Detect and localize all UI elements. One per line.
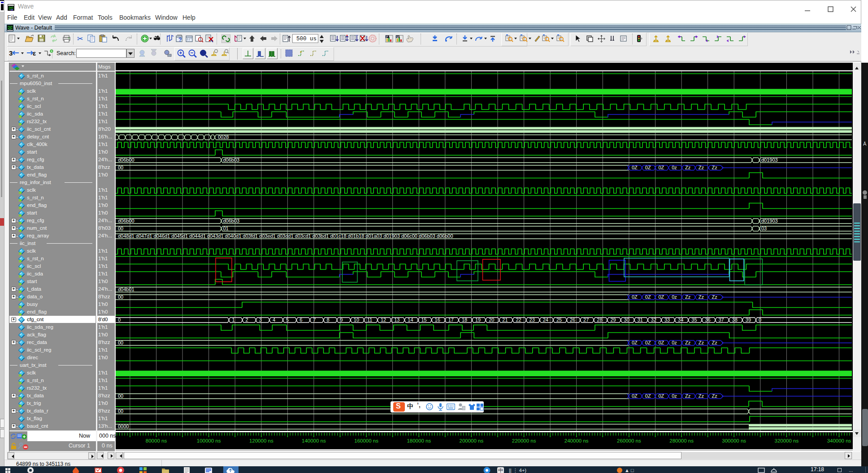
svg-text:12: 12 [381, 317, 386, 322]
svg-text:0Z: 0Z [632, 165, 638, 170]
svg-text:5: 5 [286, 317, 289, 322]
svg-text:03: 03 [761, 226, 767, 231]
svg-text:100000 ns: 100000 ns [197, 438, 221, 443]
svg-text:Zz: Zz [699, 294, 704, 300]
svg-text:0Z: 0Z [645, 294, 651, 300]
svg-text:00: 00 [118, 294, 123, 300]
svg-text:00: 00 [118, 226, 123, 231]
svg-text:26: 26 [570, 317, 575, 322]
svg-text:00: 00 [118, 408, 123, 414]
svg-text:Zz: Zz [685, 393, 690, 399]
svg-text:Zz: Zz [699, 165, 704, 170]
svg-text:0: 0 [118, 317, 121, 322]
svg-text:35: 35 [691, 317, 697, 322]
svg-text:340000 ns: 340000 ns [827, 438, 851, 443]
svg-text:01: 01 [223, 226, 229, 231]
svg-text:d06b03: d06b03 [223, 157, 240, 163]
svg-text:11: 11 [367, 317, 372, 322]
svg-text:220000 ns: 220000 ns [512, 438, 536, 443]
svg-text:9: 9 [340, 317, 343, 322]
svg-text:37: 37 [719, 317, 724, 322]
svg-text:20: 20 [489, 317, 494, 322]
svg-text:0: 0 [759, 317, 761, 322]
svg-text:300000 ns: 300000 ns [722, 438, 746, 443]
svg-text:Zz: Zz [712, 340, 717, 345]
svg-text:24: 24 [543, 317, 548, 322]
svg-text:34: 34 [678, 317, 683, 322]
svg-text:39: 39 [746, 317, 751, 322]
svg-text:0z: 0z [672, 393, 677, 399]
svg-text:Zz: Zz [685, 340, 690, 345]
svg-text:240000 ns: 240000 ns [564, 438, 589, 443]
svg-text:280000 ns: 280000 ns [669, 438, 694, 443]
svg-text:29: 29 [610, 317, 616, 322]
svg-text:1: 1 [232, 317, 235, 322]
svg-text:0000: 0000 [118, 424, 129, 429]
svg-text:21: 21 [502, 317, 508, 322]
svg-text:160000 ns: 160000 ns [354, 438, 378, 443]
svg-text:0Z: 0Z [659, 393, 664, 399]
svg-text:10: 10 [354, 317, 359, 322]
svg-text:320000 ns: 320000 ns [775, 438, 799, 443]
svg-text:Zz: Zz [712, 294, 717, 300]
svg-text:Zz: Zz [685, 165, 690, 170]
svg-text:15: 15 [421, 317, 427, 322]
svg-text:0Z: 0Z [659, 294, 664, 300]
svg-text:23: 23 [529, 317, 535, 322]
svg-text:36: 36 [705, 317, 710, 322]
svg-text:260000 ns: 260000 ns [617, 438, 641, 443]
svg-text:17: 17 [448, 317, 454, 322]
svg-text:140000 ns: 140000 ns [302, 438, 326, 443]
svg-text:d01903: d01903 [761, 157, 778, 163]
svg-text:Zz: Zz [699, 340, 704, 345]
svg-text:6: 6 [299, 317, 302, 322]
svg-text:7: 7 [313, 317, 316, 322]
svg-text:18: 18 [462, 317, 467, 322]
svg-text:中: 中 [498, 468, 503, 473]
svg-text:0Z: 0Z [632, 294, 638, 300]
svg-text:0z: 0z [672, 340, 677, 345]
svg-text:00: 00 [118, 340, 123, 345]
svg-text:0Z: 0Z [659, 340, 664, 345]
svg-text:19: 19 [475, 317, 481, 322]
svg-text:00: 00 [118, 393, 123, 399]
svg-text:d048d1 d047d1 d046d1 d045d1 d0: d048d1 d047d1 d046d1 d045d1 d044d1 d043d… [118, 233, 453, 239]
svg-text:200000 ns: 200000 ns [460, 438, 484, 443]
svg-text:31: 31 [638, 317, 643, 322]
svg-text:180000 ns: 180000 ns [407, 438, 431, 443]
svg-text:25: 25 [556, 317, 562, 322]
svg-text:d06b00: d06b00 [118, 157, 135, 163]
svg-text:27: 27 [583, 317, 589, 322]
svg-text:120000 ns: 120000 ns [249, 438, 273, 443]
svg-text:0Z: 0Z [632, 393, 638, 399]
svg-text:d01903: d01903 [761, 218, 778, 224]
svg-text:8: 8 [327, 317, 330, 322]
svg-text:Zz: Zz [685, 294, 690, 300]
svg-text:13: 13 [394, 317, 399, 322]
svg-text:0Z: 0Z [632, 340, 638, 345]
svg-text:0z: 0z [672, 294, 677, 300]
svg-text:38: 38 [732, 317, 738, 322]
svg-text:Zz: Zz [712, 393, 717, 399]
svg-text:d06b00: d06b00 [118, 218, 135, 224]
svg-text:0z: 0z [672, 165, 677, 170]
svg-text:d06b03: d06b03 [223, 218, 240, 224]
svg-text:00: 00 [118, 165, 123, 170]
svg-text:3: 3 [259, 317, 262, 322]
svg-text:0Z: 0Z [645, 393, 651, 399]
svg-text:0Z: 0Z [645, 165, 651, 170]
svg-text:14: 14 [408, 317, 413, 322]
svg-text:0Z: 0Z [645, 340, 651, 345]
svg-text:Zz: Zz [699, 393, 704, 399]
svg-text:28: 28 [597, 317, 602, 322]
svg-text:2: 2 [246, 317, 248, 322]
svg-text:0Z: 0Z [659, 165, 664, 170]
svg-text:16: 16 [435, 317, 440, 322]
svg-text:4: 4 [273, 317, 275, 322]
svg-text:33: 33 [664, 317, 670, 322]
svg-text:Zz: Zz [712, 165, 717, 170]
svg-text:32: 32 [651, 317, 656, 322]
svg-text:0028: 0028 [218, 134, 229, 140]
svg-text:d04b01: d04b01 [118, 287, 135, 292]
svg-text:80000 ns: 80000 ns [146, 438, 167, 443]
